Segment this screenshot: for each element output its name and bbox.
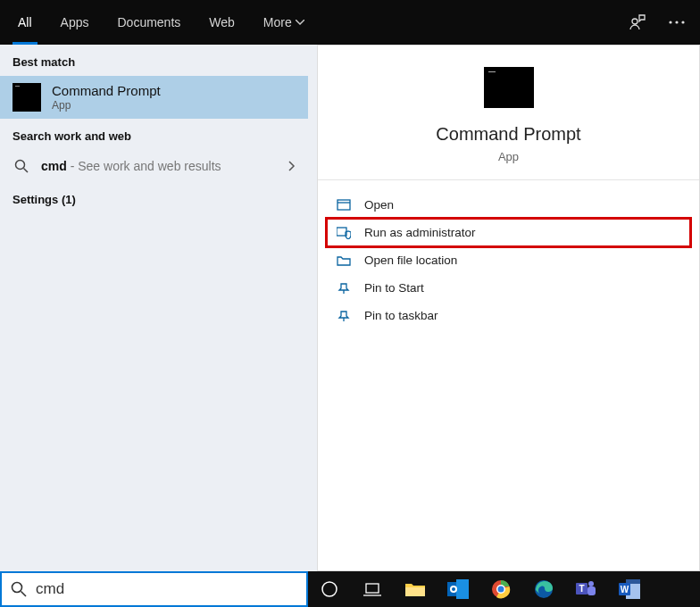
action-pin-to-start[interactable]: Pin to Start <box>327 274 690 302</box>
more-options-button[interactable] <box>657 0 696 45</box>
svg-rect-16 <box>456 579 469 599</box>
action-run-admin-label: Run as administrator <box>364 226 476 239</box>
action-open-location-label: Open file location <box>364 254 457 267</box>
svg-point-11 <box>322 582 337 596</box>
tab-web[interactable]: Web <box>195 0 249 45</box>
task-view-icon <box>362 582 382 596</box>
word-button[interactable]: W <box>613 575 646 603</box>
action-open-file-location[interactable]: Open file location <box>327 246 690 274</box>
chevron-down-icon <box>296 20 304 25</box>
svg-point-21 <box>498 586 504 593</box>
preview-pane-wrap: Command Prompt App Open Run as administr… <box>308 45 700 571</box>
ellipsis-icon <box>669 21 685 24</box>
svg-point-9 <box>12 583 22 593</box>
file-explorer-button[interactable] <box>399 575 431 603</box>
web-search-text: cmd - See work and web results <box>41 159 278 173</box>
tab-apps[interactable]: Apps <box>46 0 104 45</box>
svg-point-4 <box>16 161 25 170</box>
svg-point-2 <box>675 21 678 23</box>
action-run-as-administrator[interactable]: Run as administrator <box>327 219 690 246</box>
best-match-label: Best match <box>0 45 308 76</box>
search-icon <box>12 159 30 173</box>
action-pin-start-label: Pin to Start <box>364 281 424 295</box>
outlook-icon <box>447 579 469 599</box>
result-title: Command Prompt <box>52 83 296 98</box>
svg-point-0 <box>632 19 638 24</box>
cortana-icon <box>321 580 338 598</box>
search-icon <box>11 581 27 597</box>
tab-more[interactable]: More <box>249 0 319 45</box>
svg-rect-14 <box>405 587 425 596</box>
chrome-button[interactable] <box>485 575 517 603</box>
pin-icon <box>336 310 352 322</box>
cortana-button[interactable] <box>313 575 346 603</box>
action-open[interactable]: Open <box>327 191 690 219</box>
action-pin-taskbar-label: Pin to taskbar <box>364 309 438 322</box>
svg-rect-26 <box>588 586 596 595</box>
svg-point-1 <box>669 21 671 23</box>
tab-more-label: More <box>263 15 292 29</box>
search-section-label: Search work and web <box>0 119 308 150</box>
result-command-prompt[interactable]: Command Prompt App <box>0 76 308 119</box>
admin-shield-icon <box>336 227 352 239</box>
tab-documents[interactable]: Documents <box>103 0 195 45</box>
actions-list: Open Run as administrator Open file loca… <box>318 180 699 340</box>
tab-all[interactable]: All <box>4 0 46 45</box>
web-search-item[interactable]: cmd - See work and web results <box>0 150 308 182</box>
teams-button[interactable]: T <box>571 575 603 603</box>
preview-header: Command Prompt App <box>318 46 699 180</box>
svg-text:T: T <box>579 584 584 594</box>
settings-section[interactable]: Settings (1) <box>0 182 308 217</box>
results-pane: Best match Command Prompt App Search wor… <box>0 45 308 571</box>
search-bar[interactable] <box>0 571 308 607</box>
command-prompt-icon <box>12 83 41 112</box>
result-subtitle: App <box>52 99 296 112</box>
preview-subtitle: App <box>318 150 699 163</box>
search-input[interactable] <box>36 580 297 598</box>
svg-text:W: W <box>621 585 629 595</box>
action-open-label: Open <box>364 198 394 212</box>
svg-line-5 <box>24 169 29 173</box>
action-pin-to-taskbar[interactable]: Pin to taskbar <box>327 302 690 329</box>
pin-icon <box>336 282 352 295</box>
svg-rect-6 <box>338 200 350 210</box>
preview-title: Command Prompt <box>318 124 699 145</box>
word-icon: W <box>619 579 640 599</box>
task-view-button[interactable] <box>356 575 388 603</box>
chrome-icon <box>491 579 511 599</box>
command-prompt-icon <box>484 67 534 108</box>
teams-icon: T <box>576 579 597 599</box>
svg-point-3 <box>681 21 684 23</box>
folder-icon <box>404 581 426 597</box>
svg-point-25 <box>588 581 594 586</box>
edge-icon <box>534 579 554 599</box>
search-tabs-bar: All Apps Documents Web More <box>0 0 700 45</box>
edge-button[interactable] <box>528 575 560 603</box>
folder-icon <box>336 254 352 267</box>
svg-point-18 <box>452 587 455 591</box>
outlook-button[interactable] <box>442 575 474 603</box>
chevron-right-icon <box>288 161 296 171</box>
open-icon <box>336 199 352 212</box>
svg-line-10 <box>21 592 27 597</box>
person-feedback-icon <box>629 13 646 31</box>
svg-rect-12 <box>366 584 379 593</box>
taskbar: T W <box>308 571 700 607</box>
feedback-button[interactable] <box>618 0 657 45</box>
